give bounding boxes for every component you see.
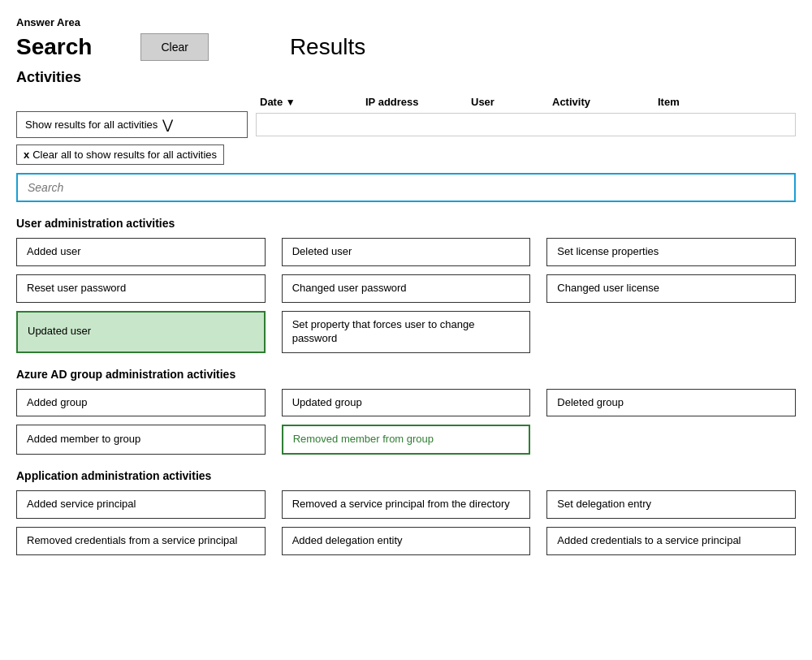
date-sort-icon[interactable]: ▼ bbox=[286, 97, 296, 108]
activity-set-force-password-change[interactable]: Set property that forces user to change … bbox=[282, 311, 531, 353]
user-admin-section-title: User administration activities bbox=[16, 217, 796, 230]
activity-added-group[interactable]: Added group bbox=[16, 389, 266, 417]
activity-reset-user-password[interactable]: Reset user password bbox=[16, 274, 266, 303]
activity-changed-user-password[interactable]: Changed user password bbox=[282, 274, 531, 303]
activity-deleted-group[interactable]: Deleted group bbox=[546, 389, 796, 417]
activity-changed-user-license[interactable]: Changed user license bbox=[546, 274, 796, 303]
activity-column-header: Activity bbox=[552, 96, 658, 108]
activity-removed-service-principal[interactable]: Removed a service principal from the dir… bbox=[282, 490, 531, 519]
activity-empty-1 bbox=[546, 311, 796, 353]
activity-updated-user[interactable]: Updated user bbox=[16, 311, 266, 353]
group-admin-section-title: Azure AD group administration activities bbox=[16, 368, 796, 381]
activity-set-license-properties[interactable]: Set license properties bbox=[546, 238, 796, 266]
search-title: Search bbox=[16, 34, 92, 60]
close-icon: x bbox=[24, 149, 29, 161]
activities-label: Activities bbox=[16, 69, 796, 86]
results-title: Results bbox=[290, 34, 365, 60]
activity-added-delegation-entity[interactable]: Added delegation entity bbox=[282, 527, 531, 555]
activity-deleted-user[interactable]: Deleted user bbox=[282, 238, 531, 266]
activity-removed-credentials-service-principal[interactable]: Removed credentials from a service princ… bbox=[16, 527, 266, 555]
activity-added-member-to-group[interactable]: Added member to group bbox=[16, 425, 266, 455]
search-input[interactable] bbox=[16, 173, 796, 202]
clear-tag[interactable]: x Clear all to show results for all acti… bbox=[16, 145, 224, 165]
activity-added-credentials-service-principal[interactable]: Added credentials to a service principal bbox=[546, 527, 796, 555]
activity-removed-member-from-group[interactable]: Removed member from group bbox=[282, 425, 531, 455]
user-admin-grid: Added user Deleted user Set license prop… bbox=[16, 238, 796, 353]
answer-area-label: Answer Area bbox=[16, 16, 796, 28]
user-column-header: User bbox=[471, 96, 552, 108]
app-admin-section-title: Application administration activities bbox=[16, 469, 796, 482]
item-column-header: Item bbox=[658, 96, 723, 108]
date-column-header: Date ▼ bbox=[260, 96, 365, 108]
activity-added-user[interactable]: Added user bbox=[16, 238, 266, 266]
ip-column-header: IP address bbox=[365, 96, 471, 108]
clear-tag-label: Clear all to show results for all activi… bbox=[32, 149, 217, 161]
activity-updated-group[interactable]: Updated group bbox=[282, 389, 531, 417]
app-admin-grid: Added service principal Removed a servic… bbox=[16, 490, 796, 555]
group-admin-grid: Added group Updated group Deleted group … bbox=[16, 389, 796, 455]
filter-text-input[interactable] bbox=[256, 113, 796, 136]
activity-empty-2 bbox=[546, 425, 796, 455]
clear-button[interactable]: Clear bbox=[140, 33, 208, 61]
activity-added-service-principal[interactable]: Added service principal bbox=[16, 490, 266, 519]
activity-filter-label: Show results for all activities bbox=[25, 119, 158, 131]
activity-set-delegation-entry[interactable]: Set delegation entry bbox=[546, 490, 796, 519]
chevron-down-icon: ⋁ bbox=[162, 117, 173, 132]
activity-filter-dropdown[interactable]: Show results for all activities ⋁ bbox=[16, 111, 248, 138]
